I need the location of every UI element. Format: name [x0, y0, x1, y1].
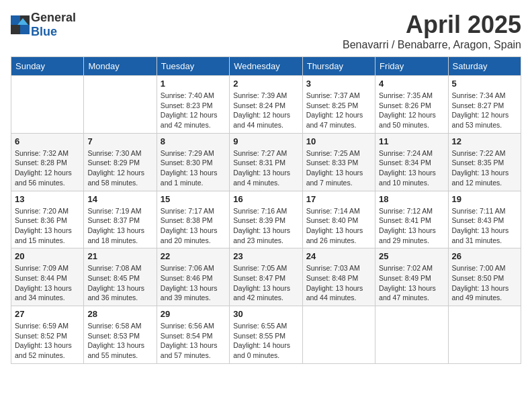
day-info: Sunrise: 7:02 AM Sunset: 8:49 PM Dayligh…: [379, 263, 444, 303]
day-info: Sunrise: 7:39 AM Sunset: 8:24 PM Dayligh…: [233, 91, 298, 130]
day-info: Sunrise: 7:09 AM Sunset: 8:44 PM Dayligh…: [15, 263, 80, 303]
day-number: 20: [15, 251, 80, 261]
calendar-cell: 17Sunrise: 7:14 AM Sunset: 8:40 PM Dayli…: [302, 191, 375, 248]
calendar-cell: 13Sunrise: 7:20 AM Sunset: 8:36 PM Dayli…: [11, 191, 84, 248]
calendar-week-2: 6Sunrise: 7:32 AM Sunset: 8:28 PM Daylig…: [11, 133, 521, 191]
day-number: 13: [15, 194, 80, 204]
weekday-header-friday: Friday: [375, 57, 448, 76]
calendar-cell: 29Sunrise: 6:56 AM Sunset: 8:54 PM Dayli…: [157, 306, 229, 364]
day-info: Sunrise: 7:32 AM Sunset: 8:28 PM Dayligh…: [15, 148, 80, 188]
day-info: Sunrise: 7:35 AM Sunset: 8:26 PM Dayligh…: [379, 91, 444, 130]
calendar-cell: 16Sunrise: 7:16 AM Sunset: 8:39 PM Dayli…: [230, 191, 302, 248]
day-number: 18: [379, 194, 444, 204]
calendar-cell: 12Sunrise: 7:22 AM Sunset: 8:35 PM Dayli…: [448, 133, 521, 191]
title-area: April 2025 Benavarri / Benabarre, Aragon…: [343, 11, 521, 51]
day-number: 28: [87, 309, 152, 319]
day-number: 25: [379, 251, 444, 261]
calendar-cell: [448, 306, 521, 364]
day-info: Sunrise: 7:37 AM Sunset: 8:25 PM Dayligh…: [306, 91, 371, 130]
calendar-week-3: 13Sunrise: 7:20 AM Sunset: 8:36 PM Dayli…: [11, 191, 521, 248]
calendar-cell: 5Sunrise: 7:34 AM Sunset: 8:27 PM Daylig…: [448, 76, 521, 134]
logo-general: General: [31, 11, 76, 24]
page-header: General Blue April 2025 Benavarri / Bena…: [11, 11, 521, 51]
weekday-header-saturday: Saturday: [448, 57, 521, 76]
location-title: Benavarri / Benabarre, Aragon, Spain: [343, 39, 521, 51]
calendar-cell: 24Sunrise: 7:03 AM Sunset: 8:48 PM Dayli…: [302, 248, 375, 306]
day-number: 29: [161, 309, 226, 319]
logo-blue: Blue: [31, 25, 57, 38]
calendar-cell: 1Sunrise: 7:40 AM Sunset: 8:23 PM Daylig…: [157, 76, 229, 134]
day-number: 27: [15, 309, 80, 319]
calendar-cell: 7Sunrise: 7:30 AM Sunset: 8:29 PM Daylig…: [84, 133, 157, 191]
calendar-cell: 19Sunrise: 7:11 AM Sunset: 8:43 PM Dayli…: [448, 191, 521, 248]
day-number: 5: [452, 79, 517, 89]
day-info: Sunrise: 7:24 AM Sunset: 8:34 PM Dayligh…: [379, 148, 444, 188]
day-number: 7: [87, 136, 152, 146]
calendar-header-row: SundayMondayTuesdayWednesdayThursdayFrid…: [11, 57, 521, 76]
day-info: Sunrise: 7:34 AM Sunset: 8:27 PM Dayligh…: [452, 91, 517, 130]
calendar-cell: 28Sunrise: 6:58 AM Sunset: 8:53 PM Dayli…: [84, 306, 157, 364]
day-info: Sunrise: 7:22 AM Sunset: 8:35 PM Dayligh…: [452, 148, 517, 188]
day-number: 11: [379, 136, 444, 146]
day-info: Sunrise: 6:59 AM Sunset: 8:52 PM Dayligh…: [15, 321, 80, 361]
day-info: Sunrise: 7:20 AM Sunset: 8:36 PM Dayligh…: [15, 206, 80, 246]
day-info: Sunrise: 7:08 AM Sunset: 8:45 PM Dayligh…: [87, 263, 152, 303]
weekday-header-wednesday: Wednesday: [230, 57, 302, 76]
calendar-cell: 2Sunrise: 7:39 AM Sunset: 8:24 PM Daylig…: [230, 76, 302, 134]
calendar-week-1: 1Sunrise: 7:40 AM Sunset: 8:23 PM Daylig…: [11, 76, 521, 134]
day-info: Sunrise: 6:56 AM Sunset: 8:54 PM Dayligh…: [161, 321, 226, 361]
calendar-cell: [84, 76, 157, 134]
svg-rect-3: [20, 25, 30, 34]
weekday-header-sunday: Sunday: [11, 57, 84, 76]
day-number: 10: [306, 136, 371, 146]
day-number: 1: [161, 79, 226, 89]
calendar-week-4: 20Sunrise: 7:09 AM Sunset: 8:44 PM Dayli…: [11, 248, 521, 306]
calendar-cell: 27Sunrise: 6:59 AM Sunset: 8:52 PM Dayli…: [11, 306, 84, 364]
calendar-cell: 8Sunrise: 7:29 AM Sunset: 8:30 PM Daylig…: [157, 133, 229, 191]
day-info: Sunrise: 7:25 AM Sunset: 8:33 PM Dayligh…: [306, 148, 371, 188]
day-number: 21: [87, 251, 152, 261]
day-info: Sunrise: 7:30 AM Sunset: 8:29 PM Dayligh…: [87, 148, 152, 188]
logo-icon: [11, 15, 30, 34]
day-info: Sunrise: 7:16 AM Sunset: 8:39 PM Dayligh…: [233, 206, 298, 246]
day-number: 19: [452, 194, 517, 204]
calendar-cell: 3Sunrise: 7:37 AM Sunset: 8:25 PM Daylig…: [302, 76, 375, 134]
day-number: 16: [233, 194, 298, 204]
calendar-cell: [11, 76, 84, 134]
weekday-header-tuesday: Tuesday: [157, 57, 229, 76]
day-info: Sunrise: 7:12 AM Sunset: 8:41 PM Dayligh…: [379, 206, 444, 246]
calendar-table: SundayMondayTuesdayWednesdayThursdayFrid…: [11, 56, 521, 364]
calendar-cell: 15Sunrise: 7:17 AM Sunset: 8:38 PM Dayli…: [157, 191, 229, 248]
calendar-cell: 4Sunrise: 7:35 AM Sunset: 8:26 PM Daylig…: [375, 76, 448, 134]
calendar-cell: 26Sunrise: 7:00 AM Sunset: 8:50 PM Dayli…: [448, 248, 521, 306]
day-number: 12: [452, 136, 517, 146]
day-number: 24: [306, 251, 371, 261]
day-info: Sunrise: 7:19 AM Sunset: 8:37 PM Dayligh…: [87, 206, 152, 246]
weekday-header-thursday: Thursday: [302, 57, 375, 76]
calendar-cell: 21Sunrise: 7:08 AM Sunset: 8:45 PM Dayli…: [84, 248, 157, 306]
calendar-cell: 9Sunrise: 7:27 AM Sunset: 8:31 PM Daylig…: [230, 133, 302, 191]
day-info: Sunrise: 7:17 AM Sunset: 8:38 PM Dayligh…: [161, 206, 226, 246]
day-info: Sunrise: 6:58 AM Sunset: 8:53 PM Dayligh…: [87, 321, 152, 361]
day-number: 17: [306, 194, 371, 204]
day-info: Sunrise: 7:00 AM Sunset: 8:50 PM Dayligh…: [452, 263, 517, 303]
day-number: 3: [306, 79, 371, 89]
day-info: Sunrise: 7:03 AM Sunset: 8:48 PM Dayligh…: [306, 263, 371, 303]
month-title: April 2025: [343, 11, 521, 39]
day-info: Sunrise: 7:05 AM Sunset: 8:47 PM Dayligh…: [233, 263, 298, 303]
calendar-cell: 6Sunrise: 7:32 AM Sunset: 8:28 PM Daylig…: [11, 133, 84, 191]
calendar-cell: 30Sunrise: 6:55 AM Sunset: 8:55 PM Dayli…: [230, 306, 302, 364]
calendar-cell: 23Sunrise: 7:05 AM Sunset: 8:47 PM Dayli…: [230, 248, 302, 306]
day-number: 15: [161, 194, 226, 204]
day-number: 2: [233, 79, 298, 89]
day-number: 14: [87, 194, 152, 204]
calendar-week-5: 27Sunrise: 6:59 AM Sunset: 8:52 PM Dayli…: [11, 306, 521, 364]
day-info: Sunrise: 7:06 AM Sunset: 8:46 PM Dayligh…: [161, 263, 226, 303]
calendar-cell: 25Sunrise: 7:02 AM Sunset: 8:49 PM Dayli…: [375, 248, 448, 306]
day-number: 26: [452, 251, 517, 261]
calendar-cell: 11Sunrise: 7:24 AM Sunset: 8:34 PM Dayli…: [375, 133, 448, 191]
day-number: 22: [161, 251, 226, 261]
calendar-cell: 18Sunrise: 7:12 AM Sunset: 8:41 PM Dayli…: [375, 191, 448, 248]
day-info: Sunrise: 7:29 AM Sunset: 8:30 PM Dayligh…: [161, 148, 226, 188]
day-info: Sunrise: 7:40 AM Sunset: 8:23 PM Dayligh…: [161, 91, 226, 130]
